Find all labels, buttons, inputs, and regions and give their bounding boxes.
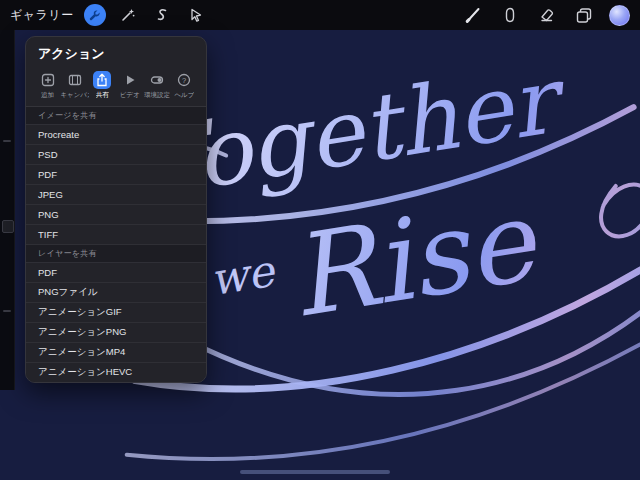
selection-s-glyph — [154, 7, 170, 23]
selection-icon[interactable] — [150, 3, 174, 27]
tab-help[interactable]: ? ヘルプ — [171, 71, 198, 100]
actions-menu-title: アクション — [26, 37, 206, 69]
brush-icon[interactable] — [461, 3, 485, 27]
section-header-share-layers: レイヤーを共有 — [26, 245, 206, 263]
magic-wand-glyph — [120, 7, 136, 23]
procreate-app: Together we Rise ギャラリー — [0, 0, 640, 480]
artwork-word-we: we — [206, 244, 280, 305]
wrench-glyph — [88, 9, 101, 22]
layers-glyph — [575, 6, 593, 24]
add-icon — [39, 71, 57, 89]
tab-preferences[interactable]: 環境設定 — [144, 71, 171, 100]
layers-item-animated-gif[interactable]: アニメーションGIF — [26, 303, 206, 323]
home-indicator[interactable] — [240, 470, 390, 474]
share-item-tiff[interactable]: TIFF — [26, 225, 206, 245]
tab-share[interactable]: 共有 — [89, 71, 116, 100]
tab-canvas-label: キャンバス — [60, 91, 89, 100]
artwork-word-rise: Rise — [281, 175, 548, 342]
layers-item-animated-hevc[interactable]: アニメーションHEVC — [26, 363, 206, 382]
svg-text:?: ? — [182, 76, 186, 85]
tab-help-label: ヘルプ — [174, 91, 194, 100]
eraser-glyph — [538, 6, 556, 24]
flourish-loop-right — [596, 181, 640, 239]
tab-video[interactable]: ビデオ — [116, 71, 143, 100]
tab-share-label: 共有 — [96, 91, 109, 100]
tab-add[interactable]: 追加 — [34, 71, 61, 100]
preferences-icon — [148, 71, 166, 89]
tab-add-label: 追加 — [41, 91, 54, 100]
eraser-icon[interactable] — [535, 3, 559, 27]
top-toolbar: ギャラリー — [0, 0, 640, 30]
tab-canvas[interactable]: キャンバス — [61, 71, 88, 100]
actions-menu-tabs: 追加 キャンバス 共有 ビデオ — [26, 69, 206, 107]
share-item-jpeg[interactable]: JPEG — [26, 185, 206, 205]
tab-video-label: ビデオ — [120, 91, 140, 100]
brush-size-slider-handle[interactable] — [3, 140, 11, 142]
share-item-procreate[interactable]: Procreate — [26, 125, 206, 145]
finger-glyph — [501, 6, 519, 24]
adjustments-icon[interactable] — [116, 3, 140, 27]
actions-wrench-icon[interactable] — [84, 4, 106, 26]
share-item-pdf[interactable]: PDF — [26, 165, 206, 185]
share-item-psd[interactable]: PSD — [26, 145, 206, 165]
layers-item-animated-mp4[interactable]: アニメーションMP4 — [26, 343, 206, 363]
share-item-png[interactable]: PNG — [26, 205, 206, 225]
layers-icon[interactable] — [572, 3, 596, 27]
layers-item-animated-png[interactable]: アニメーションPNG — [26, 323, 206, 343]
smudge-icon[interactable] — [498, 3, 522, 27]
opacity-slider-handle[interactable] — [3, 310, 11, 312]
share-icon — [93, 71, 111, 89]
brush-glyph — [464, 6, 482, 24]
tab-preferences-label: 環境設定 — [144, 91, 170, 100]
actions-menu: アクション 追加 キャンバス 共有 — [25, 36, 207, 383]
help-icon: ? — [175, 71, 193, 89]
sidebar-sliders[interactable] — [0, 30, 15, 390]
cursor-arrow-glyph — [188, 7, 204, 23]
video-icon — [121, 71, 139, 89]
section-header-share-image: イメージを共有 — [26, 107, 206, 125]
layers-item-png-files[interactable]: PNGファイル — [26, 283, 206, 303]
canvas-icon — [66, 71, 84, 89]
color-swatch[interactable] — [609, 5, 630, 26]
gallery-button[interactable]: ギャラリー — [10, 7, 74, 24]
transform-icon[interactable] — [184, 3, 208, 27]
layers-item-pdf[interactable]: PDF — [26, 263, 206, 283]
modify-button[interactable] — [2, 220, 14, 233]
